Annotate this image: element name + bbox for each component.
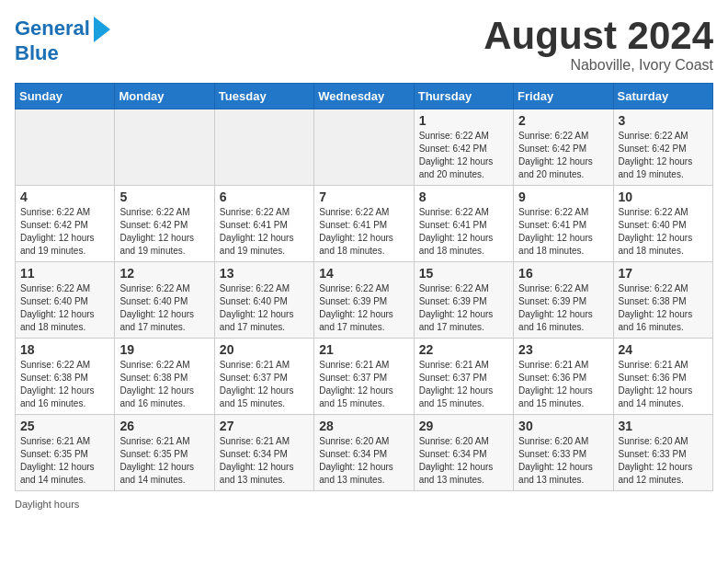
day-of-week-header: Tuesday [214,84,313,109]
calendar-cell: 21Sunrise: 6:21 AM Sunset: 6:37 PM Dayli… [314,339,414,415]
day-number: 4 [20,190,109,204]
day-info: Sunrise: 6:22 AM Sunset: 6:40 PM Dayligh… [220,282,309,334]
day-of-week-header: Saturday [613,84,712,109]
day-info: Sunrise: 6:22 AM Sunset: 6:41 PM Dayligh… [518,206,608,258]
day-of-week-header: Friday [514,84,613,109]
calendar-cell: 18Sunrise: 6:22 AM Sunset: 6:38 PM Dayli… [16,339,115,415]
calendar-cell: 4Sunrise: 6:22 AM Sunset: 6:42 PM Daylig… [16,186,115,262]
logo-text-blue: Blue [15,42,110,64]
calendar-cell: 3Sunrise: 6:22 AM Sunset: 6:42 PM Daylig… [613,109,712,186]
day-number: 9 [518,190,608,204]
day-info: Sunrise: 6:22 AM Sunset: 6:41 PM Dayligh… [319,206,408,258]
calendar-cell: 23Sunrise: 6:21 AM Sunset: 6:36 PM Dayli… [514,339,613,415]
day-number: 12 [119,266,209,281]
day-info: Sunrise: 6:20 AM Sunset: 6:33 PM Dayligh… [619,435,708,487]
day-info: Sunrise: 6:22 AM Sunset: 6:42 PM Dayligh… [619,130,708,181]
day-number: 24 [619,342,708,357]
day-info: Sunrise: 6:22 AM Sunset: 6:39 PM Dayligh… [419,282,508,334]
calendar-subtitle: Naboville, Ivory Coast [483,57,713,74]
calendar-cell: 19Sunrise: 6:22 AM Sunset: 6:38 PM Dayli… [115,339,214,415]
calendar-cell [16,109,115,186]
day-info: Sunrise: 6:22 AM Sunset: 6:38 PM Dayligh… [20,359,109,410]
day-number: 25 [20,419,109,433]
calendar-cell: 1Sunrise: 6:22 AM Sunset: 6:42 PM Daylig… [414,109,513,186]
calendar-cell: 2Sunrise: 6:22 AM Sunset: 6:42 PM Daylig… [514,109,613,186]
calendar-cell: 13Sunrise: 6:22 AM Sunset: 6:40 PM Dayli… [214,262,313,339]
calendar-cell: 9Sunrise: 6:22 AM Sunset: 6:41 PM Daylig… [514,186,613,262]
day-number: 6 [220,190,309,204]
day-info: Sunrise: 6:22 AM Sunset: 6:38 PM Dayligh… [119,359,209,410]
calendar-week-row: 25Sunrise: 6:21 AM Sunset: 6:35 PM Dayli… [16,415,713,491]
day-number: 7 [319,190,408,204]
day-number: 2 [518,113,608,128]
day-number: 8 [419,190,508,204]
day-number: 27 [220,419,309,433]
day-info: Sunrise: 6:21 AM Sunset: 6:36 PM Dayligh… [619,359,708,410]
calendar-cell: 22Sunrise: 6:21 AM Sunset: 6:37 PM Dayli… [414,339,513,415]
title-block: August 2024 Naboville, Ivory Coast [483,15,713,74]
day-number: 22 [419,342,508,357]
calendar-cell: 8Sunrise: 6:22 AM Sunset: 6:41 PM Daylig… [414,186,513,262]
calendar-cell: 30Sunrise: 6:20 AM Sunset: 6:33 PM Dayli… [514,415,613,491]
calendar-cell: 29Sunrise: 6:20 AM Sunset: 6:34 PM Dayli… [414,415,513,491]
day-info: Sunrise: 6:21 AM Sunset: 6:37 PM Dayligh… [319,359,408,410]
day-number: 20 [220,342,309,357]
day-number: 17 [619,266,708,281]
calendar-title: August 2024 [483,15,713,57]
day-info: Sunrise: 6:21 AM Sunset: 6:37 PM Dayligh… [220,359,309,410]
day-info: Sunrise: 6:22 AM Sunset: 6:42 PM Dayligh… [20,206,109,258]
day-info: Sunrise: 6:22 AM Sunset: 6:40 PM Dayligh… [119,282,209,334]
calendar-cell: 31Sunrise: 6:20 AM Sunset: 6:33 PM Dayli… [613,415,712,491]
day-number: 14 [319,266,408,281]
day-info: Sunrise: 6:20 AM Sunset: 6:34 PM Dayligh… [319,435,408,487]
calendar-week-row: 1Sunrise: 6:22 AM Sunset: 6:42 PM Daylig… [16,109,713,186]
day-info: Sunrise: 6:20 AM Sunset: 6:33 PM Dayligh… [518,435,608,487]
day-of-week-header: Thursday [414,84,513,109]
calendar-cell [115,109,214,186]
day-of-week-header: Sunday [16,84,115,109]
calendar-cell: 15Sunrise: 6:22 AM Sunset: 6:39 PM Dayli… [414,262,513,339]
calendar-cell [214,109,313,186]
calendar-cell: 5Sunrise: 6:22 AM Sunset: 6:42 PM Daylig… [115,186,214,262]
footer: Daylight hours [15,499,713,510]
day-of-week-header: Monday [115,84,214,109]
calendar-cell: 6Sunrise: 6:22 AM Sunset: 6:41 PM Daylig… [214,186,313,262]
day-info: Sunrise: 6:22 AM Sunset: 6:42 PM Dayligh… [419,130,508,181]
calendar-cell: 10Sunrise: 6:22 AM Sunset: 6:40 PM Dayli… [613,186,712,262]
logo-arrow-icon [94,17,110,42]
day-info: Sunrise: 6:22 AM Sunset: 6:40 PM Dayligh… [619,206,708,258]
calendar-cell [314,109,414,186]
day-info: Sunrise: 6:22 AM Sunset: 6:39 PM Dayligh… [518,282,608,334]
day-info: Sunrise: 6:21 AM Sunset: 6:34 PM Dayligh… [220,435,309,487]
day-info: Sunrise: 6:22 AM Sunset: 6:41 PM Dayligh… [220,206,309,258]
day-info: Sunrise: 6:22 AM Sunset: 6:40 PM Dayligh… [20,282,109,334]
calendar-header-row: SundayMondayTuesdayWednesdayThursdayFrid… [16,84,713,109]
day-number: 26 [119,419,209,433]
calendar-week-row: 18Sunrise: 6:22 AM Sunset: 6:38 PM Dayli… [16,339,713,415]
day-of-week-header: Wednesday [314,84,414,109]
page-header: General Blue August 2024 Naboville, Ivor… [15,15,713,74]
day-number: 21 [319,342,408,357]
calendar-cell: 16Sunrise: 6:22 AM Sunset: 6:39 PM Dayli… [514,262,613,339]
daylight-hours-label: Daylight hours [15,499,79,510]
calendar-cell: 11Sunrise: 6:22 AM Sunset: 6:40 PM Dayli… [16,262,115,339]
calendar-cell: 28Sunrise: 6:20 AM Sunset: 6:34 PM Dayli… [314,415,414,491]
day-info: Sunrise: 6:21 AM Sunset: 6:35 PM Dayligh… [20,435,109,487]
calendar-cell: 14Sunrise: 6:22 AM Sunset: 6:39 PM Dayli… [314,262,414,339]
day-number: 15 [419,266,508,281]
day-number: 18 [20,342,109,357]
calendar-cell: 24Sunrise: 6:21 AM Sunset: 6:36 PM Dayli… [613,339,712,415]
day-number: 23 [518,342,608,357]
day-number: 11 [20,266,109,281]
day-info: Sunrise: 6:22 AM Sunset: 6:38 PM Dayligh… [619,282,708,334]
logo-text: General [15,17,90,40]
calendar-cell: 7Sunrise: 6:22 AM Sunset: 6:41 PM Daylig… [314,186,414,262]
day-info: Sunrise: 6:20 AM Sunset: 6:34 PM Dayligh… [419,435,508,487]
day-number: 30 [518,419,608,433]
day-number: 3 [619,113,708,128]
day-info: Sunrise: 6:22 AM Sunset: 6:39 PM Dayligh… [319,282,408,334]
day-info: Sunrise: 6:22 AM Sunset: 6:42 PM Dayligh… [518,130,608,181]
day-info: Sunrise: 6:22 AM Sunset: 6:41 PM Dayligh… [419,206,508,258]
day-number: 16 [518,266,608,281]
day-number: 10 [619,190,708,204]
